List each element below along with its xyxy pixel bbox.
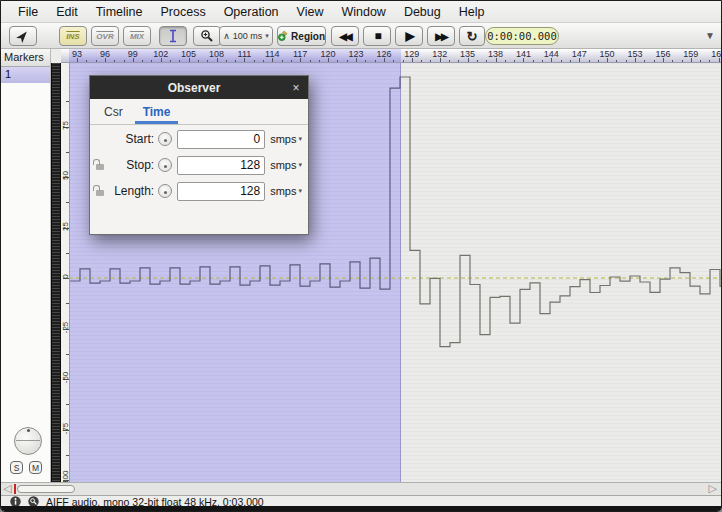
ruler-label: 117 [293,49,307,59]
ruler-tick [310,60,311,62]
ruler-tick [282,60,283,62]
ruler-tick [682,60,683,62]
insert-mode-button[interactable]: INS [59,26,87,46]
fast-forward-button[interactable]: ▶▶ [427,26,455,46]
duration-combo[interactable]: ∧ 100 ms ▾ [219,26,273,46]
field-label: Length: [107,184,154,198]
stop-input[interactable] [177,156,265,175]
scrollbar-thumb[interactable] [17,485,75,493]
unit-dropdown[interactable]: smps [270,133,296,145]
ruler-tick [505,60,506,62]
stop-button[interactable]: ■ [363,26,391,46]
magnifier-icon [200,29,214,43]
ibeam-select-tool-button[interactable] [159,26,187,46]
ruler-tick [365,60,366,62]
solo-button[interactable]: S [10,461,23,474]
observer-tab-csr[interactable]: Csr [96,99,131,124]
spin-knob-icon[interactable] [158,184,172,198]
markers-list: 1 [1,67,50,83]
observer-tab-time[interactable]: Time [135,99,179,124]
unit-dropdown[interactable]: smps [270,159,296,171]
ruler-label: 96 [100,49,110,59]
menu-item-view[interactable]: View [288,2,333,22]
chevron-down-icon: ▾ [265,32,269,40]
mute-button[interactable]: M [29,461,42,474]
lock-icon[interactable] [94,160,107,170]
menu-item-file[interactable]: File [9,2,47,22]
rewind-button[interactable]: ◀◀ [331,26,359,46]
spin-knob-icon[interactable] [158,132,172,146]
ruler-tick [393,60,394,62]
overwrite-mode-button[interactable]: OVR [91,26,119,46]
ruler-tick [337,60,338,62]
ruler-tick [403,60,404,62]
observer-dialog: Observer × CsrTime Start:smps▾Stop:smps▾… [89,75,309,235]
spin-knob-icon[interactable] [158,158,172,172]
vertical-zoom-scrollbar[interactable] [51,63,61,482]
observer-title-bar[interactable]: Observer × [90,76,308,99]
time-display: 0:00:00.000 [485,27,559,45]
lock-icon[interactable] [94,186,107,196]
observer-fields: Start:smps▾Stop:smps▾Length:smps▾ [90,127,308,203]
ruler-tick [207,60,208,62]
ruler-label: 108 [209,49,224,59]
app-window: FileEditTimelineProcessOperationViewWind… [0,0,722,512]
fast-forward-icon: ▶▶ [435,31,446,42]
loop-button[interactable]: ↻ [459,26,485,46]
menu-item-debug[interactable]: Debug [395,2,450,22]
ruler-tick [430,60,431,62]
loop-icon: ↻ [467,29,478,44]
ruler-tick [86,60,87,62]
menu-bar: FileEditTimelineProcessOperationViewWind… [1,1,722,23]
ibeam-cursor-icon [167,29,179,43]
ruler-tick [533,60,534,62]
chevron-down-icon: ▾ [298,187,302,195]
zoom-tool-button[interactable] [193,26,221,46]
solo-label: S [14,463,20,473]
mix-mode-button[interactable]: MIX [123,26,151,46]
region-label: Region [291,31,325,42]
scroll-right-icon[interactable]: ▷ [709,482,717,495]
ruler-label: 135 [460,49,475,59]
play-button[interactable]: ▶ [395,26,423,46]
start-input[interactable] [177,130,265,149]
toolbar-overflow-caret-icon[interactable]: ▼ [705,30,715,41]
ruler-label: 156 [655,49,670,59]
ruler-tick [124,60,125,62]
ruler-tick [226,60,227,62]
ruler-tick [347,60,348,62]
pointer-arrow-icon [16,29,30,43]
menu-item-help[interactable]: Help [450,2,494,22]
rewind-icon: ◀◀ [339,31,350,42]
close-icon[interactable]: × [284,81,308,95]
length-input[interactable] [177,182,265,201]
markers-panel: Markers 1 S M [1,49,51,482]
scroll-left-icon[interactable]: ◁ [3,482,11,495]
timeline-ruler[interactable]: 9396991021051081111141171201231261291321… [61,49,722,63]
menu-item-process[interactable]: Process [151,2,214,22]
marker-item[interactable]: 1 [1,67,50,83]
playhead-marker [14,484,16,494]
pan-knob[interactable] [14,427,42,455]
horizontal-scrollbar[interactable]: ◁ ▷ [1,482,722,495]
region-button[interactable]: Region [277,26,326,46]
ruler-tick [542,60,543,62]
window-frame-bottom [1,506,722,512]
menu-item-edit[interactable]: Edit [47,2,87,22]
insert-mode-label: INS [66,32,79,41]
ruler-tick [626,60,627,62]
menu-item-operation[interactable]: Operation [215,2,288,22]
ruler-label: 144 [544,49,559,59]
ruler-label: 150 [600,49,615,59]
markers-header-label: Markers [4,51,44,63]
pointer-tool-button[interactable] [9,26,37,46]
markers-header[interactable]: Markers [1,49,50,67]
ruler-tick [142,60,143,62]
observer-row-start: Start:smps▾ [94,127,302,151]
amplitude-scale: 7550250-25-50-75-100 [61,63,69,482]
menu-item-window[interactable]: Window [332,2,394,22]
ruler-label: 99 [128,49,138,59]
menu-item-timeline[interactable]: Timeline [87,2,152,22]
unit-dropdown[interactable]: smps [270,185,296,197]
observer-tabs: CsrTime [90,99,308,125]
